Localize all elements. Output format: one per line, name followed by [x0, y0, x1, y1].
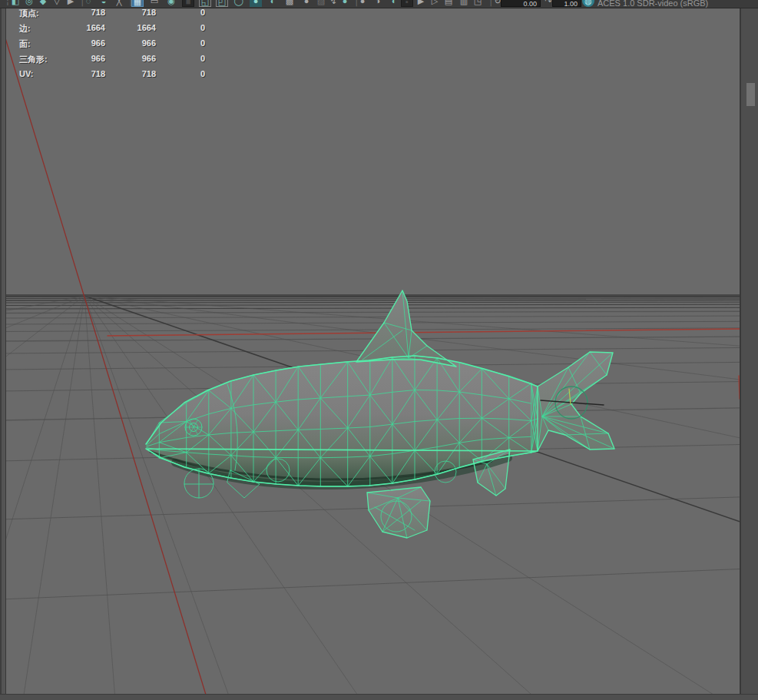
hud-v3: 0 [156, 69, 205, 78]
hud-v1: 718 [19, 8, 105, 17]
hud-row: 三角形:9669660 [19, 52, 211, 68]
hud-v1: 718 [19, 69, 105, 78]
hud-v2: 718 [105, 8, 156, 17]
grid-toggle-icon[interactable]: ▦ [131, 0, 144, 7]
right-panel-edge [740, 0, 758, 700]
hud-v3: 0 [156, 38, 205, 48]
paint-select-tool-icon[interactable]: ◒ [98, 0, 110, 7]
hud-v3: 0 [156, 8, 205, 17]
hud-v1: 966 [19, 54, 105, 63]
wireframe-mode-icon[interactable]: ◯ [233, 0, 245, 7]
lasso-tool-icon[interactable]: ◌ [82, 0, 94, 7]
xray-icon[interactable]: ▤ [442, 0, 455, 7]
snap-curve-icon[interactable]: ◎ [23, 0, 35, 7]
shadows-icon[interactable]: ▨ [315, 0, 327, 7]
film-gate-icon[interactable]: ▭ [148, 0, 161, 7]
shaded-mode-icon[interactable]: ● [250, 0, 262, 7]
hud-v3: 0 [156, 23, 205, 32]
hud-row: UV:7187180 [19, 68, 211, 83]
gamma-field[interactable]: 1.00 [552, 0, 581, 7]
left-panel-edge [0, 0, 6, 700]
camera-mask-icon[interactable]: ◉ [165, 0, 177, 7]
separate-view-icon[interactable]: ◳ [472, 0, 484, 7]
multisample-icon[interactable]: ◑ [372, 0, 384, 7]
hud-v2: 718 [105, 69, 156, 78]
xray-joints-icon[interactable]: ▥ [458, 0, 470, 7]
maya-viewport-window: ¦◧◎◆▽▶│◌◒╳│▦▭◉■◱◰◯●◐▩●▨↯●│●◑◖▪▶▷▤▥◳│↻↷◍ … [0, 0, 758, 700]
viewport-toolbar: ¦◧◎◆▽▶│◌◒╳│▦▭◉■◱◰◯●◐▩●▨↯●│●◑◖▪▶▷▤▥◳│↻↷◍ … [0, 0, 758, 8]
hud-v3: 0 [156, 54, 205, 63]
colorspace-label[interactable]: ACES 1.0 SDR-video (sRGB) [597, 0, 708, 8]
exposure-swatch[interactable]: ▪ [401, 0, 413, 7]
isolate-add-icon[interactable]: ▷ [429, 0, 441, 7]
isolate-select-icon[interactable]: ▶ [415, 0, 427, 7]
textured-mode-icon[interactable]: ▩ [283, 0, 296, 7]
snap-projected-center-icon[interactable]: ▽ [51, 0, 63, 7]
colorspace-icon[interactable]: ◍ [582, 0, 594, 7]
snap-grid-icon[interactable]: ◧ [9, 0, 22, 7]
hud-v2: 966 [105, 54, 156, 63]
bottom-panel-edge [0, 694, 758, 700]
resolution-gate-icon[interactable]: ◱ [199, 0, 211, 7]
hud-row: 面:9669660 [19, 37, 211, 52]
hud-v1: 966 [19, 38, 105, 48]
poly-count-hud: 顶点:7187180边:166416640面:9669660三角形:966966… [19, 6, 211, 83]
motion-blur-icon[interactable]: ● [356, 0, 369, 7]
viewport-canvas[interactable] [0, 0, 758, 700]
exposure-field[interactable]: 0.00 [501, 0, 541, 7]
make-live-icon[interactable]: ▶ [65, 0, 77, 7]
fish-model[interactable] [146, 290, 614, 538]
measure-tool-icon[interactable]: ╳ [113, 0, 125, 7]
wireframe-on-shaded-icon[interactable]: ◐ [266, 0, 279, 7]
hud-row: 边:166416640 [19, 22, 211, 37]
snap-point-icon[interactable]: ◆ [37, 0, 49, 7]
depth-peeling-icon[interactable]: ◖ [387, 0, 399, 7]
hud-v1: 1664 [19, 23, 105, 32]
scrollbar-thumb[interactable] [746, 83, 755, 106]
hud-v2: 1664 [105, 23, 156, 32]
hud-row: 顶点:7187180 [19, 6, 211, 22]
use-all-lights-icon[interactable]: ● [300, 0, 313, 7]
display-resolution-icon[interactable]: ◰ [216, 0, 228, 7]
gate-mask-swatch[interactable]: ■ [182, 0, 194, 7]
hud-v2: 966 [105, 38, 156, 48]
screen-space-ao-icon[interactable]: ● [339, 0, 351, 7]
lighting-icon[interactable]: ↯ [327, 0, 339, 7]
